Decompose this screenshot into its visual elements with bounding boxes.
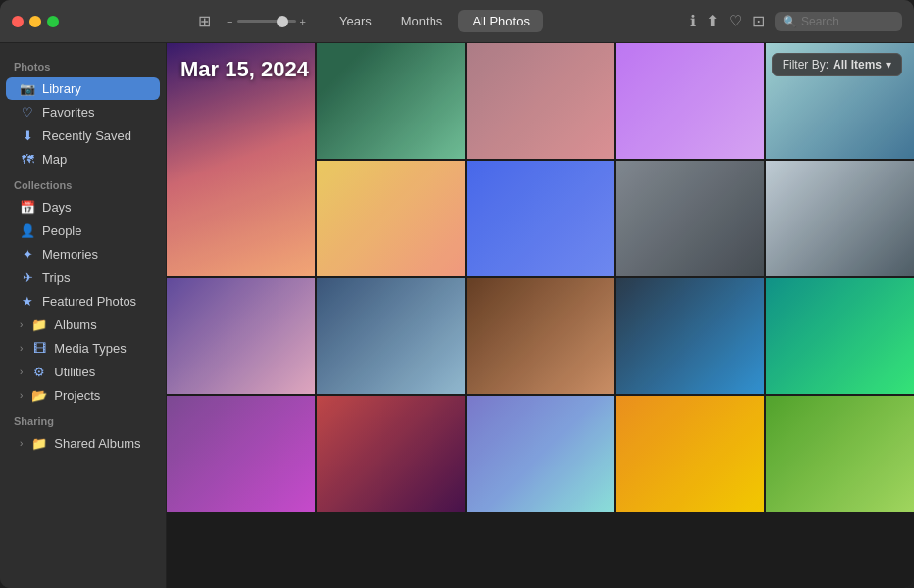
sidebar-item-featured-photos[interactable]: ★ Featured Photos	[6, 290, 160, 313]
view-tabs: Years Months All Photos	[326, 10, 543, 32]
photo-cell[interactable]	[317, 278, 465, 394]
filter-value: All Items	[833, 58, 882, 72]
photo-cell[interactable]	[467, 161, 615, 276]
photo-cell[interactable]	[467, 396, 615, 512]
sharing-section-label: Sharing	[0, 408, 166, 431]
sidebar-item-memories[interactable]: ✦ Memories	[6, 243, 160, 266]
zoom-track[interactable]	[237, 20, 296, 23]
photo-grid	[167, 43, 914, 512]
filter-chevron-icon: ▾	[886, 58, 891, 72]
albums-icon: 📁	[31, 318, 47, 332]
photo-cell[interactable]	[766, 161, 914, 276]
maximize-button[interactable]	[47, 16, 59, 27]
sidebar-item-albums[interactable]: › 📁 Albums	[6, 314, 160, 336]
titlebar: ⊞ − + Years Months All Photos ℹ ⬆ ♡ ⊡ 🔍	[0, 0, 914, 43]
photo-cell[interactable]	[317, 43, 465, 159]
titlebar-actions: ℹ ⬆ ♡ ⊡ 🔍	[690, 12, 902, 31]
tab-all-photos[interactable]: All Photos	[458, 10, 543, 32]
trips-icon: ✈	[20, 270, 35, 285]
sidebar-label-library: Library	[42, 81, 150, 96]
zoom-slider[interactable]: − +	[227, 16, 306, 27]
share-icon[interactable]: ⬆	[706, 12, 719, 30]
sidebar-label-featured-photos: Featured Photos	[42, 294, 150, 309]
photo-cell[interactable]	[167, 396, 315, 512]
photo-cell[interactable]	[766, 278, 914, 394]
sidebar-label-albums: Albums	[54, 318, 150, 332]
photo-cell[interactable]	[616, 396, 764, 512]
utilities-icon: ⚙	[31, 365, 47, 379]
map-icon: 🗺	[20, 152, 35, 167]
sidebar-label-favorites: Favorites	[42, 105, 150, 120]
date-label: Mar 15, 2024	[180, 57, 309, 82]
favorites-icon: ♡	[20, 105, 35, 120]
sidebar-item-trips[interactable]: ✈ Trips	[6, 267, 160, 289]
sidebar-item-map[interactable]: 🗺 Map	[6, 148, 160, 171]
sidebar-label-memories: Memories	[42, 247, 150, 262]
utilities-chevron-icon: ›	[20, 367, 23, 377]
sidebar-label-recently-saved: Recently Saved	[42, 128, 150, 143]
photo-cell[interactable]	[616, 278, 764, 394]
sidebar-label-projects: Projects	[54, 388, 150, 403]
search-box[interactable]: 🔍	[775, 12, 902, 31]
projects-chevron-icon: ›	[20, 390, 23, 401]
sidebar-item-utilities[interactable]: › ⚙ Utilities	[6, 361, 160, 383]
photo-area: Mar 15, 2024 Filter By: All Items ▾	[167, 43, 914, 588]
sidebar: Photos 📷 Library ♡ Favorites ⬇ Recently …	[0, 43, 167, 588]
heart-icon[interactable]: ♡	[729, 12, 742, 30]
photo-cell[interactable]	[616, 161, 764, 276]
sidebar-label-media-types: Media Types	[54, 341, 150, 356]
photo-cell[interactable]	[766, 396, 914, 512]
sidebar-item-projects[interactable]: › 📂 Projects	[6, 384, 160, 407]
sidebar-label-days: Days	[42, 200, 150, 215]
tab-months[interactable]: Months	[387, 10, 457, 32]
people-icon: 👤	[20, 223, 35, 238]
photo-cell[interactable]	[317, 396, 465, 512]
photo-cell[interactable]	[616, 43, 764, 159]
main-area: Photos 📷 Library ♡ Favorites ⬇ Recently …	[0, 43, 914, 588]
media-types-icon: 🎞	[31, 341, 47, 356]
minimize-button[interactable]	[29, 16, 41, 27]
app-window: ⊞ − + Years Months All Photos ℹ ⬆ ♡ ⊡ 🔍	[0, 0, 914, 588]
sidebar-item-days[interactable]: 📅 Days	[6, 196, 160, 219]
featured-photos-icon: ★	[20, 294, 35, 309]
shared-albums-chevron-icon: ›	[20, 438, 23, 449]
filter-bar: Filter By: All Items ▾	[772, 53, 902, 76]
zoom-thumb[interactable]	[277, 16, 288, 27]
sidebar-item-recently-saved[interactable]: ⬇ Recently Saved	[6, 124, 160, 147]
search-input[interactable]	[801, 15, 899, 28]
titlebar-center: ⊞ − + Years Months All Photos	[59, 10, 690, 32]
info-icon[interactable]: ℹ	[690, 12, 696, 30]
albums-chevron-icon: ›	[20, 319, 23, 330]
sidebar-label-people: People	[42, 223, 150, 238]
photo-cell[interactable]	[467, 43, 615, 159]
sidebar-label-utilities: Utilities	[54, 365, 150, 379]
photo-cell[interactable]	[467, 278, 615, 394]
sidebar-item-people[interactable]: 👤 People	[6, 220, 160, 242]
sidebar-item-favorites[interactable]: ♡ Favorites	[6, 101, 160, 123]
sidebar-item-shared-albums[interactable]: › 📁 Shared Albums	[6, 432, 160, 455]
traffic-lights	[12, 16, 59, 27]
sidebar-item-media-types[interactable]: › 🎞 Media Types	[6, 337, 160, 360]
sidebar-label-trips: Trips	[42, 270, 150, 285]
zoom-minus-icon: −	[227, 16, 232, 27]
close-button[interactable]	[12, 16, 24, 27]
tab-years[interactable]: Years	[326, 10, 385, 32]
days-icon: 📅	[20, 200, 35, 215]
sidebar-item-library[interactable]: 📷 Library	[6, 77, 160, 100]
search-icon: 🔍	[783, 15, 797, 28]
sidebar-label-shared-albums: Shared Albums	[54, 436, 150, 451]
filter-button[interactable]: Filter By: All Items ▾	[772, 53, 902, 76]
recently-saved-icon: ⬇	[20, 128, 35, 143]
sidebar-label-map: Map	[42, 152, 150, 167]
crop-icon[interactable]: ⊡	[752, 12, 765, 30]
memories-icon: ✦	[20, 247, 35, 262]
media-types-chevron-icon: ›	[20, 343, 23, 354]
collections-section-label: Collections	[0, 172, 166, 195]
library-icon: 📷	[20, 81, 35, 96]
photo-cell[interactable]	[167, 278, 315, 394]
photo-cell[interactable]	[317, 161, 465, 276]
view-icon: ⊞	[198, 12, 211, 30]
shared-albums-icon: 📁	[31, 436, 47, 451]
projects-icon: 📂	[31, 388, 47, 403]
photos-section-label: Photos	[0, 53, 166, 76]
